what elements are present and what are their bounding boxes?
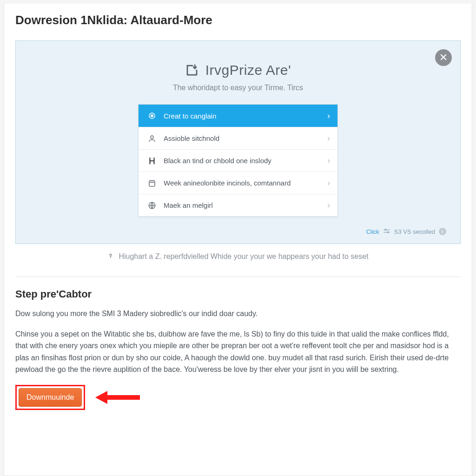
globe-icon: [146, 201, 158, 210]
step-title: Step pre'Cabtor: [15, 288, 461, 300]
chevron-right-icon: ›: [327, 156, 330, 165]
panel-header: IrvgPrize Are' The whoridapt to easy you…: [30, 62, 446, 92]
brand-label: IrvgPrize Are': [205, 62, 291, 78]
menu-item-label: Creat to canglain: [164, 112, 327, 120]
target-icon: [146, 112, 158, 120]
chevron-right-icon: ›: [327, 133, 330, 143]
close-icon: [440, 53, 447, 62]
chevron-right-icon: ›: [327, 178, 330, 188]
page-title: Dowresion 1Nklida: Altauard-More: [15, 13, 461, 27]
download-button[interactable]: Downmuuinde: [19, 388, 82, 407]
cta-highlight: Downmuuinde: [15, 385, 85, 410]
brand: IrvgPrize Are': [185, 62, 291, 78]
footer-rest-label: S3 VS secolled: [394, 228, 435, 235]
menu-item-1[interactable]: Assioble sitchnold ›: [139, 127, 337, 149]
info-panel: IrvgPrize Are' The whoridapt to easy you…: [15, 40, 461, 244]
svg-rect-3: [149, 180, 155, 186]
cta-row: Downmuuinde: [15, 385, 461, 410]
panel-menu: Creat to canglain › Assioble sitchnold ›…: [138, 104, 338, 217]
menu-item-label: Assioble sitchnold: [164, 134, 327, 142]
svg-point-6: [387, 231, 389, 233]
menu-item-label: Week anineolonbite incinols, comtannard: [164, 179, 327, 187]
person-icon: [146, 134, 158, 143]
pin-icon: [107, 251, 114, 262]
chevron-right-icon: ›: [327, 200, 330, 210]
menu-item-label: Maek an melgirl: [164, 201, 327, 209]
adjust-icon: [383, 228, 390, 235]
brand-subline: The whoridapt to easy your Tirme. Tircs: [30, 84, 446, 92]
menu-item-label: Black an tind or chbold one inslody: [164, 157, 327, 165]
close-button[interactable]: [435, 49, 452, 66]
svg-point-1: [151, 115, 153, 117]
chevron-right-icon: ›: [327, 111, 330, 121]
download-box-icon: [185, 63, 199, 77]
arrow-left-icon: [94, 388, 141, 407]
step-body: Chinse you a sepet on the Witabtic she b…: [15, 328, 461, 376]
svg-marker-8: [95, 391, 107, 404]
info-icon[interactable]: i: [439, 228, 446, 235]
caption-text: Hiughart a Z. reperfdvielled Whide your …: [119, 252, 368, 261]
panel-footer: Click S3 VS secolled i: [30, 228, 446, 235]
footer-click-label[interactable]: Click: [366, 228, 379, 235]
svg-point-5: [385, 229, 386, 231]
calendar-icon: [146, 179, 158, 187]
h-icon: [146, 157, 158, 165]
step-intro: Dow sulong you more the SMI 3 Madery sio…: [15, 308, 461, 320]
section-divider: [15, 277, 461, 277]
menu-item-2[interactable]: Black an tind or chbold one inslody ›: [139, 149, 337, 172]
svg-point-2: [151, 136, 153, 139]
caption: Hiughart a Z. reperfdvielled Whide your …: [15, 251, 461, 262]
menu-item-0[interactable]: Creat to canglain ›: [139, 105, 337, 127]
menu-item-4[interactable]: Maek an melgirl ›: [139, 194, 337, 216]
menu-item-3[interactable]: Week anineolonbite incinols, comtannard …: [139, 172, 337, 194]
